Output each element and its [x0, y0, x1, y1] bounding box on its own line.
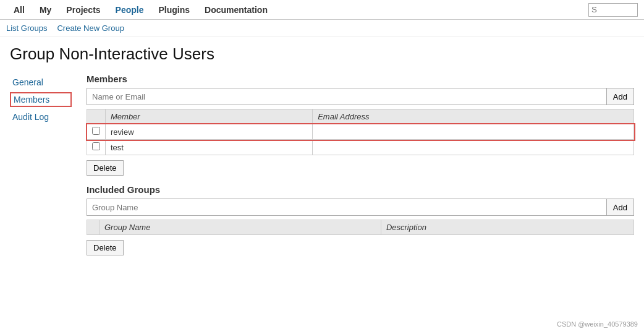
top-nav: All My Projects People Plugins Documenta…: [0, 0, 644, 20]
members-table-header-row: Member Email Address: [87, 109, 634, 124]
members-th-member: Member: [106, 109, 313, 124]
member-name: review: [106, 124, 313, 140]
included-groups-name-input[interactable]: [87, 199, 607, 216]
included-groups-input-row: Add: [87, 199, 634, 216]
member-checkbox[interactable]: [92, 142, 100, 150]
member-email: [313, 124, 634, 140]
subnav-create-new-group[interactable]: Create New Group: [57, 24, 124, 33]
content: Members Add Member Email Address review …: [87, 74, 634, 264]
members-th-checkbox: [87, 109, 106, 124]
table-row[interactable]: review: [87, 124, 634, 140]
nav-all[interactable]: All: [6, 0, 32, 20]
nav-plugins[interactable]: Plugins: [151, 0, 198, 20]
members-delete-button[interactable]: Delete: [87, 160, 124, 176]
nav-people[interactable]: People: [108, 0, 151, 20]
included-groups-delete-button[interactable]: Delete: [87, 240, 124, 255]
included-groups-th-name: Group Name: [100, 220, 381, 235]
sidebar: General Members Audit Log: [10, 74, 72, 264]
included-groups-th-checkbox: [87, 220, 100, 235]
members-section-title: Members: [87, 74, 634, 84]
members-th-email: Email Address: [313, 109, 634, 124]
members-table: Member Email Address review test: [87, 109, 634, 155]
included-groups-th-description: Description: [381, 220, 633, 235]
nav-documentation[interactable]: Documentation: [197, 0, 275, 20]
member-checkbox[interactable]: [92, 127, 100, 135]
included-groups-table-header-row: Group Name Description: [87, 220, 634, 235]
included-groups-table: Group Name Description: [87, 220, 634, 235]
table-row[interactable]: test: [87, 140, 634, 155]
member-name: test: [106, 140, 313, 155]
nav-projects[interactable]: Projects: [59, 0, 108, 20]
sub-nav: List Groups Create New Group: [0, 20, 644, 37]
sidebar-item-audit-log[interactable]: Audit Log: [10, 111, 72, 123]
members-input-row: Add: [87, 88, 634, 105]
included-groups-section-title: Included Groups: [87, 184, 634, 195]
sidebar-item-members[interactable]: Members: [10, 92, 72, 107]
search-input[interactable]: [588, 3, 638, 17]
page-title: Group Non-Interactive Users: [0, 37, 644, 69]
sidebar-item-general[interactable]: General: [10, 76, 72, 88]
nav-my[interactable]: My: [32, 0, 59, 20]
subnav-list-groups[interactable]: List Groups: [6, 24, 47, 33]
members-add-button[interactable]: Add: [607, 88, 634, 105]
member-email: [313, 140, 634, 155]
main-layout: General Members Audit Log Members Add Me…: [0, 69, 644, 269]
included-groups-add-button[interactable]: Add: [607, 199, 634, 216]
members-name-email-input[interactable]: [87, 88, 607, 105]
